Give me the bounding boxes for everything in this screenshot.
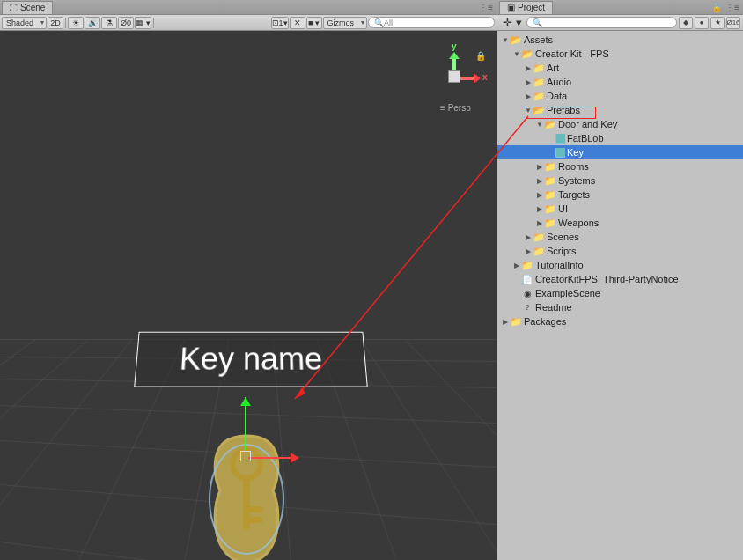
fold-toggle[interactable]: ▶ [524,64,533,72]
hidden-count-button[interactable]: Ø16 [726,17,740,29]
text-icon [521,274,533,284]
prefab-icon [555,148,565,158]
orientation-gizmo[interactable]: y x 🔒 ≡ Persp [431,55,484,126]
fold-toggle[interactable]: ▶ [512,262,521,269]
svg-rect-19 [250,506,262,512]
tree-item-ui[interactable]: ▶UI [497,202,743,216]
tree-item-label: Data [547,91,567,101]
tab-menu-icon[interactable]: ⋮≡ [479,3,493,12]
fold-toggle[interactable]: ▶ [535,205,544,213]
tree-item-tutorialinfo[interactable]: ▶TutorialInfo [497,258,743,272]
tree-item-creator-kit-fps[interactable]: ▼Creator Kit - FPS [497,47,743,61]
scene-search[interactable]: 🔍 All [368,17,495,28]
transform-x-axis[interactable] [248,457,292,459]
tree-item-label: CreatorKitFPS_Third-PartyNotice [535,274,679,284]
fold-toggle[interactable]: ▶ [524,92,533,100]
fx-button[interactable]: ⚗ [101,17,117,29]
svg-rect-20 [250,517,262,523]
key-object[interactable] [194,427,299,560]
tree-item-systems[interactable]: ▶Systems [497,173,743,188]
filter-label-button[interactable]: ● [695,17,709,29]
fold-toggle[interactable]: ▶ [501,318,510,326]
tree-item-label: Assets [524,34,553,45]
fold-toggle[interactable]: ▶ [535,163,544,171]
fold-toggle[interactable]: ▶ [524,247,533,255]
scene-viewport[interactable]: Key name [0,31,497,560]
fold-toggle[interactable]: ▶ [535,191,544,199]
svg-line-7 [0,340,132,560]
project-toolbar: ✛ ▾ 🔍 ◆ ● ★ Ø16 [497,15,743,31]
tree-item-label: ExampleScene [535,288,600,298]
tree-item-data[interactable]: ▶Data [497,89,743,103]
folder-icon [544,161,556,172]
create-button[interactable]: ✛ ▾ [500,16,525,29]
tree-item-audio[interactable]: ▶Audio [497,75,743,89]
tree-item-fatblob[interactable]: FatBLob [497,131,743,145]
tree-item-readme[interactable]: Readme [497,300,743,314]
audio-button[interactable]: 🔊 [85,17,100,29]
tree-item-targets[interactable]: ▶Targets [497,188,743,202]
folder-icon [533,91,545,101]
fold-toggle[interactable]: ▶ [535,219,544,227]
filter-type-button[interactable]: ◆ [679,17,693,29]
shading-select[interactable]: Shaded [2,17,47,29]
tree-item-scenes[interactable]: ▶Scenes [497,230,743,244]
transform-x-cone [291,453,299,463]
annotation-highlight-box [526,107,596,119]
folder-icon [533,246,545,256]
scene-icon [521,288,533,298]
grid-button[interactable]: ▦ ▾ [135,17,151,29]
camera-button[interactable]: ⊡ 1 ▾ [271,17,289,29]
project-tab[interactable]: ▣ Project [499,1,553,14]
hidden-button[interactable]: Ø0 [118,17,134,29]
transform-center[interactable] [240,451,251,461]
tab-menu-icon[interactable]: ⋮≡ [725,3,739,12]
object-label: Key name [134,332,368,387]
tree-item-rooms[interactable]: ▶Rooms [497,159,743,173]
fold-toggle[interactable]: ▼ [512,50,521,58]
fold-toggle[interactable]: ▼ [535,121,544,129]
tree-item-scripts[interactable]: ▶Scripts [497,244,743,258]
project-search[interactable]: 🔍 [526,17,677,28]
scene-tab[interactable]: ⛶ Scene [2,1,53,14]
lock-icon[interactable]: 🔒 [475,51,486,61]
projection-label[interactable]: ≡ Persp [440,103,471,113]
tree-item-creatorkitfps-third-partynotice[interactable]: CreatorKitFPS_Third-PartyNotice [497,272,743,286]
folder-open-icon [544,119,556,129]
tools-button[interactable]: ✕ [290,17,305,29]
tree-item-art[interactable]: ▶Art [497,61,743,75]
tree-item-door-and-key[interactable]: ▼Door and Key [497,117,743,131]
fold-toggle[interactable]: ▼ [501,36,510,44]
svg-line-3 [0,406,497,424]
folder-icon [544,175,556,186]
tree-item-label: Rooms [558,161,589,172]
svg-line-14 [0,340,35,560]
unknown-icon [521,302,533,313]
lock-icon[interactable]: 🔒 [711,3,722,12]
prefab-icon [555,134,565,144]
fold-toggle[interactable]: ▶ [524,233,533,241]
tree-item-examplescene[interactable]: ExampleScene [497,286,743,300]
tree-item-label: Audio [547,77,571,87]
fold-toggle[interactable]: ▶ [524,78,533,86]
folder-icon [544,203,556,214]
tree-item-label: Targets [558,189,590,200]
tree-item-label: Key [567,147,584,158]
lighting-button[interactable]: ☀ [68,17,84,29]
cam-icon-button[interactable]: ■ ▾ [306,17,322,29]
tree-item-packages[interactable]: ▶Packages [497,314,743,328]
project-tab-bar: ▣ Project 🔒 ⋮≡ [497,0,743,15]
tree-item-key[interactable]: Key [497,145,743,159]
tree-item-weapons[interactable]: ▶Weapons [497,216,743,230]
fold-toggle[interactable]: ▶ [535,177,544,185]
tree-item-label: Packages [524,316,566,327]
svg-line-13 [405,340,497,560]
svg-rect-18 [243,476,250,529]
mode-2d-button[interactable]: 2D [48,17,63,29]
tree-item-label: Scenes [547,232,579,242]
tree-item-assets[interactable]: ▼Assets [497,33,743,47]
gizmos-select[interactable]: Gizmos [323,17,368,29]
save-search-button[interactable]: ★ [710,17,725,29]
tree-item-label: FatBLob [567,133,604,144]
tree-item-label: UI [558,203,568,214]
